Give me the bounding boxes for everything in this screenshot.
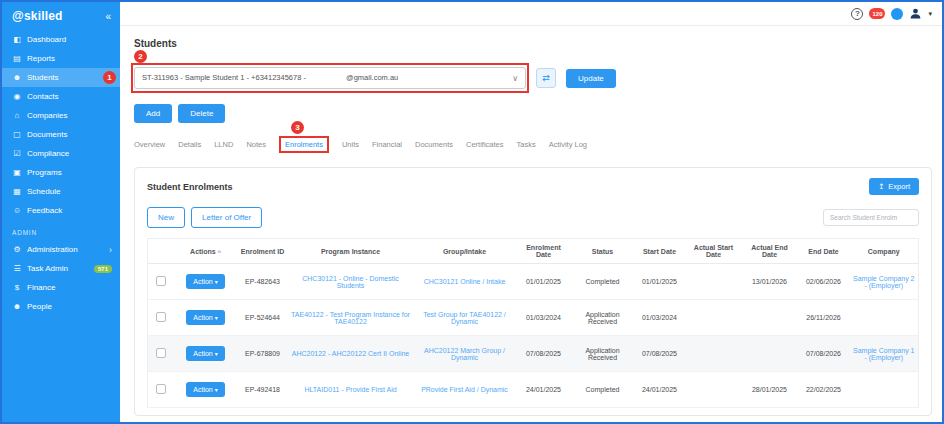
cell-company-link[interactable]: Sample Company 1 - (Employer) [853, 347, 914, 361]
help-icon[interactable]: ? [851, 8, 863, 20]
column-start-date[interactable]: Start Date [634, 239, 686, 264]
sidebar-item-label: Finance [27, 283, 112, 292]
cell-group-intake-link[interactable]: PRovide First Aid / Dynamic [421, 386, 508, 393]
documents-icon: ▢ [12, 130, 22, 139]
sidebar-item-feedback[interactable]: ☺Feedback [2, 201, 120, 220]
cell-actual-start-date [686, 336, 742, 372]
cell-program-instance-link[interactable]: TAE40122 - Test Program Instance for TAE… [291, 311, 410, 325]
cell-company [850, 300, 919, 336]
row-checkbox[interactable] [156, 348, 166, 358]
cell-program-instance-link[interactable]: CHC30121 - Online - Domestic Students [302, 275, 398, 289]
tab-units[interactable]: Units [342, 140, 359, 149]
compliance-icon: ☑ [12, 149, 22, 158]
column-actual-end-date[interactable]: Actual End Date [742, 239, 798, 264]
action-button[interactable]: Action ▾ [186, 382, 224, 397]
cell-start-date: 24/01/2025 [634, 372, 686, 408]
sidebar-collapse-icon[interactable]: « [105, 11, 111, 22]
user-menu-caret-icon[interactable]: ▾ [928, 10, 932, 18]
row-checkbox[interactable] [156, 312, 166, 322]
sidebar-item-administration[interactable]: ⚙Administration› [2, 240, 120, 259]
update-button[interactable]: Update [566, 69, 616, 88]
tab-llnd[interactable]: LLND [214, 140, 233, 149]
search-student-enrolment-input[interactable] [823, 209, 919, 226]
column-end-date[interactable]: End Date [798, 239, 850, 264]
action-button[interactable]: Action ▾ [186, 310, 224, 325]
user-avatar-icon[interactable] [909, 7, 922, 20]
tab-enrolments[interactable]: Enrolments3 [279, 136, 329, 153]
sidebar-item-finance[interactable]: $Finance [2, 278, 120, 297]
tab-overview[interactable]: Overview [134, 140, 165, 149]
tab-activity-log[interactable]: Activity Log [549, 140, 587, 149]
sidebar-item-contacts[interactable]: ◉Contacts [2, 87, 120, 106]
cell-program-instance-link[interactable]: AHC20122 - AHC20122 Cert II Online [292, 350, 410, 357]
export-button[interactable]: ↥Export [869, 178, 919, 195]
people-icon: ☻ [12, 302, 22, 311]
schedule-icon: ▦ [12, 187, 22, 196]
sidebar-item-label: Compliance [27, 149, 112, 158]
admin-section-label: ADMIN [12, 229, 120, 236]
cell-program-instance-link[interactable]: HLTAID011 - Provide First Aid [304, 386, 396, 393]
sidebar-item-documents[interactable]: ▢Documents [2, 125, 120, 144]
cell-actual-end-date [742, 300, 798, 336]
column-group-intake[interactable]: Group/Intake [414, 239, 516, 264]
sidebar-item-students[interactable]: ☻Students1 [2, 68, 120, 87]
sidebar-logo-row: @skilled « [2, 2, 120, 30]
column-status[interactable]: Status [572, 239, 634, 264]
student-enrolments-card: Student Enrolments ↥Export New Letter of… [134, 167, 932, 416]
sidebar-item-label: Reports [27, 54, 112, 63]
cell-enrolment-id: EP-524644 [238, 300, 288, 336]
tab-notes[interactable]: Notes [246, 140, 266, 149]
cell-select [148, 300, 174, 336]
action-button[interactable]: Action ▾ [186, 346, 224, 361]
sync-student-button[interactable]: ⇄ [536, 68, 556, 88]
cell-group-intake-link[interactable]: CHC30121 Online / Intake [424, 278, 506, 285]
sidebar-item-label: Programs [27, 168, 112, 177]
column-company[interactable]: Company [850, 239, 919, 264]
student-tabs: OverviewDetailsLLNDNotesEnrolments3Units… [134, 136, 932, 153]
redacted-email-segment [308, 75, 346, 83]
column-program-instance[interactable]: Program Instance [288, 239, 414, 264]
sidebar-item-dashboard[interactable]: ◧Dashboard [2, 30, 120, 49]
sidebar-item-people[interactable]: ☻People [2, 297, 120, 316]
cell-enrolment-id: EP-482643 [238, 264, 288, 300]
sidebar-item-label: Task Admin [27, 264, 89, 273]
sidebar-item-reports[interactable]: ▤Reports [2, 49, 120, 68]
sidebar-item-companies[interactable]: ⌂Companies [2, 106, 120, 125]
cell-group-intake-link[interactable]: AHC20122 March Group / Dynamic [424, 347, 505, 361]
column-actions[interactable]: Actions ^ [174, 239, 238, 264]
new-button[interactable]: New [147, 207, 185, 228]
card-title: Student Enrolments [147, 182, 233, 192]
sidebar-item-compliance[interactable]: ☑Compliance [2, 144, 120, 163]
cell-group-intake: CHC30121 Online / Intake [414, 264, 516, 300]
row-checkbox[interactable] [156, 276, 166, 286]
cell-company: Sample Company 1 - (Employer) [850, 336, 919, 372]
cell-actual-start-date [686, 300, 742, 336]
main-area: ? 120 ▾ Students ST-311963 - Sample Stud… [120, 2, 942, 422]
sidebar-item-task-admin[interactable]: ☰Task Admin571 [2, 259, 120, 278]
column-enrolment-date[interactable]: Enrolment Date [516, 239, 572, 264]
info-badge-icon[interactable] [891, 8, 903, 20]
cell-actual-end-date: 13/01/2026 [742, 264, 798, 300]
notifications-badge[interactable]: 120 [869, 8, 885, 19]
column-actual-start-date[interactable]: Actual Start Date [686, 239, 742, 264]
action-button[interactable]: Action ▾ [186, 274, 224, 289]
tab-details[interactable]: Details [178, 140, 201, 149]
tab-financial[interactable]: Financial [372, 140, 402, 149]
letter-of-offer-button[interactable]: Letter of Offer [191, 207, 262, 228]
student-select[interactable]: ST-311963 - Sample Student 1 - +63412345… [134, 67, 526, 89]
column-checkbox [148, 239, 174, 264]
cell-select [148, 336, 174, 372]
tab-documents[interactable]: Documents [415, 140, 453, 149]
cell-select [148, 264, 174, 300]
column-enrolment-id[interactable]: Enrolment ID [238, 239, 288, 264]
delete-button[interactable]: Delete [178, 104, 225, 123]
tab-certificates[interactable]: Certificates [466, 140, 504, 149]
row-checkbox[interactable] [156, 384, 166, 394]
cell-company-link[interactable]: Sample Company 2 - (Employer) [853, 275, 914, 289]
sidebar-item-schedule[interactable]: ▦Schedule [2, 182, 120, 201]
sidebar-item-programs[interactable]: ▣Programs [2, 163, 120, 182]
cell-status: Application Received [572, 300, 634, 336]
add-button[interactable]: Add [134, 104, 172, 123]
tab-tasks[interactable]: Tasks [516, 140, 535, 149]
cell-group-intake-link[interactable]: Test Group for TAE40122 / Dynamic [423, 311, 506, 325]
